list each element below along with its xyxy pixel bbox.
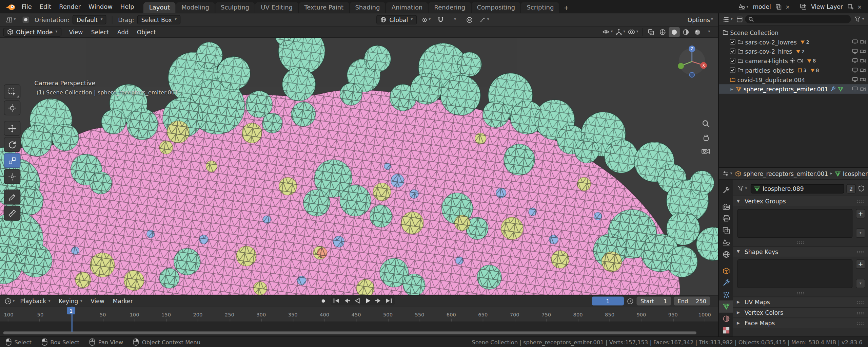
current-frame-field[interactable]: 1 — [592, 296, 624, 305]
shading-settings-button[interactable]: ▾ — [704, 27, 715, 37]
properties-tab-output[interactable] — [719, 213, 733, 224]
topbar-menu[interactable]: Edit — [36, 2, 55, 12]
specials-dropdown-button[interactable]: ▾ — [856, 279, 865, 288]
topbar-menu[interactable]: Help — [116, 2, 138, 12]
zoom-icon[interactable] — [702, 120, 710, 128]
viewport-menu[interactable]: Object — [133, 28, 160, 36]
specials-dropdown-button[interactable]: ▾ — [856, 229, 865, 238]
transform-tool[interactable] — [4, 169, 20, 184]
workspace-tab[interactable]: Sculpting — [215, 2, 255, 14]
panel-grip-icon[interactable] — [856, 309, 864, 316]
checkbox-icon[interactable] — [730, 67, 736, 73]
properties-tab-data[interactable] — [719, 301, 733, 313]
timeline-menu[interactable]: Marker — [109, 296, 137, 305]
previous-keyframe-button[interactable] — [341, 296, 352, 305]
add-item-button[interactable]: + — [856, 209, 865, 219]
workspace-tab[interactable]: Texture Paint — [299, 2, 349, 14]
panel-grip-icon[interactable] — [856, 248, 864, 255]
topbar-menu[interactable]: Window — [85, 2, 117, 12]
scene-browse-button[interactable]: ▾ — [737, 3, 749, 11]
properties-tab-render[interactable] — [719, 201, 733, 213]
mesh-name-field[interactable]: Icosphere.089 — [750, 184, 844, 193]
overlays-toggle-button[interactable]: ▾ — [627, 27, 639, 37]
add-view-layer-button[interactable] — [846, 3, 854, 10]
active-tool-button[interactable] — [20, 15, 32, 24]
outliner-item[interactable]: Scene Collection — [719, 28, 868, 37]
panel-grip-icon[interactable] — [856, 299, 864, 306]
proportional-editing-button[interactable] — [464, 15, 475, 24]
camera-icon[interactable] — [860, 39, 866, 45]
pivot-point-button[interactable]: ▾ — [420, 15, 432, 24]
outliner-search[interactable] — [745, 15, 851, 23]
snap-toggle-button[interactable] — [435, 15, 446, 24]
properties-tab-object[interactable] — [719, 265, 733, 277]
outliner-item[interactable]: sars-cov-2_lowres2 — [719, 37, 868, 47]
panel-grip-icon[interactable] — [856, 320, 864, 327]
monitor-icon[interactable] — [852, 67, 858, 73]
workspace-tab[interactable]: Layout — [143, 2, 175, 14]
monitor-icon[interactable] — [852, 76, 858, 83]
fake-user-shield-icon[interactable] — [858, 185, 865, 192]
timeline-ruler[interactable]: -100-50501001502002503003504004505005506… — [0, 307, 718, 322]
mode-dropdown[interactable]: Object Mode▾ — [3, 28, 61, 36]
next-keyframe-button[interactable] — [373, 296, 383, 305]
scale-tool[interactable] — [4, 153, 20, 168]
shading-rendered-button[interactable] — [692, 27, 703, 37]
camera-icon[interactable] — [860, 67, 866, 73]
topbar-menu[interactable]: Render — [55, 2, 85, 12]
breadcrumb-object[interactable]: sphere_receptors_emiter.001 — [744, 170, 828, 177]
preview-range-icon[interactable] — [627, 297, 634, 305]
navigation-gizmo[interactable]: Z X — [675, 43, 709, 80]
shading-material-button[interactable] — [680, 27, 692, 37]
add-item-button[interactable]: + — [856, 259, 865, 269]
properties-tab-modifiers[interactable] — [719, 277, 733, 289]
shading-wireframe-button[interactable] — [657, 27, 668, 37]
play-button[interactable] — [362, 296, 373, 305]
workspace-tab[interactable]: Scripting — [521, 2, 559, 14]
scene-name[interactable]: model — [751, 3, 772, 10]
timeline-menu[interactable]: Keying▾ — [55, 296, 86, 305]
viewport-menu[interactable]: View — [65, 28, 87, 36]
properties-tab-world[interactable] — [719, 248, 733, 260]
outliner-item[interactable]: sars-cov-2_hires2 — [719, 47, 868, 56]
monitor-icon[interactable] — [852, 58, 858, 64]
unlink-scene-button[interactable]: × — [784, 3, 791, 10]
measure-tool[interactable] — [4, 206, 20, 221]
frame-end-field[interactable]: End250 — [674, 296, 710, 305]
empty-list-box[interactable] — [737, 209, 853, 238]
expand-arrow-icon[interactable]: ▶ — [730, 87, 734, 91]
drag-dropdown[interactable]: Select Box▾ — [137, 15, 180, 24]
outliner-filter-button[interactable]: ▾ — [853, 14, 865, 24]
jump-to-end-button[interactable] — [383, 296, 394, 305]
select-box-tool[interactable] — [4, 84, 20, 99]
move-tool[interactable] — [4, 121, 20, 136]
panel-header[interactable]: ▼Vertex Groups — [733, 196, 868, 206]
checkbox-icon[interactable] — [730, 58, 736, 64]
annotate-tool[interactable] — [4, 189, 20, 204]
shading-solid-button[interactable] — [669, 27, 680, 37]
camera-icon[interactable] — [860, 86, 866, 92]
panel-header[interactable]: ▼Shape Keys — [733, 246, 868, 257]
outliner-item[interactable]: covid-19_duplicate.004 — [719, 75, 868, 84]
data-filter-button[interactable]: ▾ — [736, 183, 748, 193]
panel-grip-icon[interactable] — [856, 198, 864, 205]
panel-header[interactable]: ▶Vertex Colors — [733, 307, 868, 317]
properties-tab-particles[interactable] — [719, 289, 733, 301]
playhead-frame-chip[interactable]: 1 — [67, 307, 76, 314]
empty-list-box[interactable] — [737, 259, 853, 288]
properties-tab-material[interactable] — [719, 313, 733, 325]
blender-logo-icon[interactable] — [5, 3, 16, 10]
orientation-dropdown[interactable]: Default▾ — [73, 15, 106, 24]
workspace-tab[interactable]: Modeling — [176, 2, 215, 14]
monitor-icon[interactable] — [852, 86, 858, 92]
outliner-item[interactable]: camera+lights8 — [719, 56, 868, 66]
breadcrumb-data[interactable]: Icosphere.089 — [843, 170, 868, 177]
properties-tab-tool[interactable] — [719, 184, 733, 196]
view-layer-name[interactable]: View Layer — [809, 3, 845, 10]
viewport-canvas[interactable]: Camera Perspective (1) Scene Collection … — [0, 38, 718, 295]
new-scene-button[interactable] — [774, 3, 783, 10]
falloff-button[interactable]: ▾ — [478, 15, 490, 24]
camera-icon[interactable] — [860, 76, 866, 83]
view-layer-browse-button[interactable] — [799, 3, 808, 11]
display-mode-icon[interactable] — [736, 16, 743, 23]
